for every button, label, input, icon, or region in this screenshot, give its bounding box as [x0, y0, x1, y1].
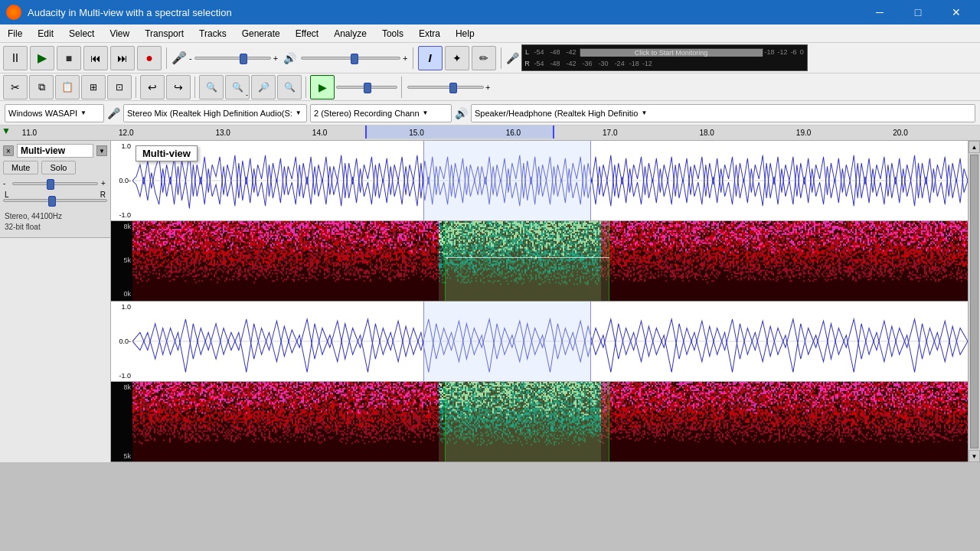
- vu-meter-left[interactable]: Click to Start Monitoring: [580, 48, 763, 56]
- channels-select[interactable]: 2 (Stereo) Recording Chann ▼: [310, 104, 452, 122]
- spectral-track-bottom[interactable]: 8k 5k: [111, 382, 968, 462]
- record-button[interactable]: ●: [137, 46, 162, 70]
- input-vol-minus: -: [189, 54, 192, 63]
- menu-generate[interactable]: Generate: [234, 24, 288, 42]
- stop-button[interactable]: ■: [57, 46, 81, 70]
- selection-tool-button[interactable]: I: [418, 46, 443, 70]
- vu-r-val3: -42: [567, 60, 577, 67]
- waveform-area[interactable]: 1.0 0.0- -1.0 Multi-view 8k: [111, 141, 968, 462]
- scroll-down-arrow[interactable]: ▼: [969, 450, 980, 462]
- input-device-select[interactable]: Stereo Mix (Realtek High Definition Audi…: [123, 104, 307, 122]
- trim-button[interactable]: ⊞: [81, 75, 106, 99]
- playback-speed-slider[interactable]: [336, 86, 397, 89]
- scale-bot-0.0: 0.0-: [111, 337, 132, 345]
- timeline-mark-14: 14.0: [312, 129, 327, 137]
- pan-slider-row: [3, 199, 107, 202]
- output-device-select[interactable]: Speaker/Headphone (Realtek High Definiti…: [471, 104, 975, 122]
- multi-tool-button[interactable]: ✦: [445, 46, 469, 70]
- waveform-track-top[interactable]: 1.0 0.0- -1.0 Multi-view: [111, 141, 968, 221]
- track-menu-button[interactable]: ▼: [96, 145, 107, 156]
- spectral-track-top[interactable]: 8k 5k 0k: [111, 221, 968, 302]
- zoom-in-button[interactable]: 🔍: [199, 75, 224, 99]
- separator-2: [413, 47, 413, 69]
- minimize-button[interactable]: ─: [862, 0, 897, 24]
- input-volume-slider[interactable]: [194, 57, 271, 60]
- skip-end-button[interactable]: ⏭: [110, 46, 135, 70]
- scroll-thumb[interactable]: [970, 155, 978, 448]
- spectral-bot-8k: 8k: [111, 383, 132, 391]
- edit-toolbar: ✂ ⧉ 📋 ⊞ ⊡ ↩ ↪ 🔍 🔍- 🔎 🔍 ▶ +: [0, 73, 980, 101]
- pause-button[interactable]: ⏸: [3, 46, 28, 70]
- input-device-dropdown-icon: ▼: [296, 109, 302, 116]
- waveform-track-bottom[interactable]: 1.0 0.0- -1.0: [111, 302, 968, 382]
- vu-left-label: L: [524, 48, 531, 56]
- redo-button[interactable]: ↪: [166, 75, 191, 99]
- menu-bar: File Edit Select View Transport Tracks G…: [0, 24, 980, 43]
- draw-tool-button[interactable]: ✏: [472, 46, 496, 70]
- paste-button[interactable]: 📋: [55, 75, 80, 99]
- device-bar: Windows WASAPI ▼ 🎤 Stereo Mix (Realtek H…: [0, 101, 980, 126]
- scroll-up-arrow[interactable]: ▲: [969, 141, 980, 153]
- track-info: Stereo, 44100Hz 32-bit float: [3, 210, 107, 234]
- menu-select[interactable]: Select: [61, 24, 102, 42]
- undo-button[interactable]: ↩: [140, 75, 165, 99]
- vu-r-val1: -54: [534, 60, 544, 67]
- timeline-selection: [365, 126, 554, 139]
- pan-right-label: R: [100, 191, 106, 199]
- host-select[interactable]: Windows WASAPI ▼: [5, 104, 104, 122]
- waveform-scale-labels-bottom: 1.0 0.0- -1.0: [111, 302, 132, 381]
- vu-right-val2: -12: [778, 48, 788, 56]
- menu-file[interactable]: File: [0, 24, 30, 42]
- play-at-speed-button[interactable]: ▶: [310, 75, 335, 99]
- solo-button[interactable]: Solo: [41, 161, 75, 174]
- menu-transport[interactable]: Transport: [137, 24, 191, 42]
- vol-plus-label: +: [485, 83, 490, 92]
- maximize-button[interactable]: □: [900, 0, 936, 24]
- pan-slider[interactable]: [3, 199, 107, 202]
- skip-start-button[interactable]: ⏮: [83, 46, 108, 70]
- app-icon: [6, 5, 21, 20]
- copy-button[interactable]: ⧉: [29, 75, 54, 99]
- input-device-value: Stereo Mix (Realtek High Definition Audi…: [127, 109, 292, 118]
- track-header: × Multi-view ▼ Mute Solo - + L R: [0, 141, 110, 238]
- close-button[interactable]: ✕: [939, 0, 974, 24]
- title-bar: Audacity in Multi-view with a spectral s…: [0, 0, 980, 24]
- scale-0.0: 0.0-: [111, 177, 132, 184]
- menu-extra[interactable]: Extra: [411, 24, 448, 42]
- gain-slider-row: - +: [3, 179, 107, 187]
- zoom-out-button[interactable]: 🔍-: [225, 75, 250, 99]
- channels-value: 2 (Stereo) Recording Chann: [314, 109, 420, 118]
- menu-tools[interactable]: Tools: [374, 24, 411, 42]
- separator-1: [166, 47, 167, 69]
- cut-button[interactable]: ✂: [3, 75, 28, 99]
- mute-button[interactable]: Mute: [3, 161, 38, 174]
- timeline-marks: 11.0 12.0 13.0 14.0 15.0 16.0 17.0 18.0 …: [12, 126, 980, 139]
- menu-help[interactable]: Help: [448, 24, 482, 42]
- timeline-mark-11: 11.0: [22, 129, 37, 137]
- window-title: Audacity in Multi-view with a spectral s…: [28, 7, 862, 18]
- play-button[interactable]: ▶: [30, 46, 54, 70]
- output-device-dropdown-icon: ▼: [641, 109, 647, 116]
- zoom-selection-button[interactable]: 🔎: [251, 75, 276, 99]
- output-volume-slider[interactable]: [301, 57, 400, 60]
- menu-effect[interactable]: Effect: [288, 24, 326, 42]
- vertical-scrollbar[interactable]: ▲ ▼: [968, 141, 980, 462]
- menu-tracks[interactable]: Tracks: [191, 24, 234, 42]
- menu-analyze[interactable]: Analyze: [326, 24, 374, 42]
- sep-edit-3: [305, 77, 306, 98]
- timeline-mark-18: 18.0: [699, 129, 714, 137]
- playback-volume-slider[interactable]: [407, 86, 484, 89]
- zoom-fit-button[interactable]: 🔍: [277, 75, 302, 99]
- spectral-scale-labels-bottom: 8k 5k: [111, 382, 132, 461]
- menu-edit[interactable]: Edit: [30, 24, 61, 42]
- output-device-value: Speaker/Headphone (Realtek High Definiti…: [475, 109, 638, 118]
- bit-depth-label: 32-bit float: [5, 222, 106, 233]
- silence-button[interactable]: ⊡: [107, 75, 132, 99]
- menu-view[interactable]: View: [102, 24, 137, 42]
- track-close-button[interactable]: ×: [3, 145, 14, 156]
- timeline-mark-19: 19.0: [796, 129, 811, 137]
- separator-3: [501, 47, 501, 69]
- gain-slider[interactable]: [12, 182, 98, 185]
- spectral-5k: 5k: [111, 256, 132, 264]
- timeline[interactable]: ▼ 11.0 12.0 13.0 14.0 15.0 16.0 17.0 18.…: [0, 126, 980, 141]
